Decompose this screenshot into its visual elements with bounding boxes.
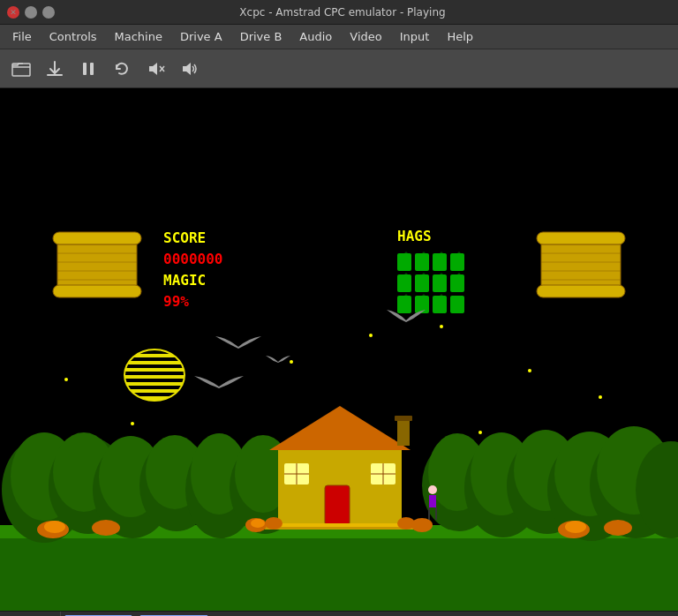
svg-rect-95 <box>429 495 436 507</box>
status-playing: Playing <box>7 612 61 616</box>
statusbar: Playing A: {empty} B: {empty} Amstrad CP… <box>0 611 678 616</box>
menu-help[interactable]: Help <box>438 26 482 47</box>
menu-drive-b[interactable]: Drive B <box>231 26 291 47</box>
menubar: File Controls Machine Drive A Drive B Au… <box>0 25 678 49</box>
svg-marker-3 <box>149 63 157 75</box>
maximize-button[interactable]: □ <box>42 6 55 19</box>
mute-icon <box>146 59 165 79</box>
svg-rect-93 <box>395 416 412 421</box>
svg-rect-58 <box>0 538 678 611</box>
menu-machine[interactable]: Machine <box>106 26 171 47</box>
svg-rect-2 <box>90 63 94 75</box>
svg-point-107 <box>604 520 632 536</box>
save-icon <box>45 59 64 79</box>
svg-point-101 <box>265 517 282 530</box>
svg-marker-6 <box>183 63 191 75</box>
mute-button[interactable] <box>141 55 170 83</box>
svg-point-103 <box>411 518 433 532</box>
svg-marker-83 <box>269 406 411 450</box>
volume-icon <box>179 59 199 79</box>
save-button[interactable] <box>41 55 69 83</box>
menu-controls[interactable]: Controls <box>41 26 106 47</box>
menu-file[interactable]: File <box>4 26 41 47</box>
window-title: Xcpc - Amstrad CPC emulator - Playing <box>55 6 630 19</box>
svg-rect-1 <box>83 63 87 75</box>
open-icon <box>11 59 32 79</box>
svg-rect-92 <box>397 419 410 446</box>
close-button[interactable]: ✕ <box>7 6 19 19</box>
reset-button[interactable] <box>108 55 136 83</box>
svg-point-105 <box>92 520 120 536</box>
svg-point-109 <box>44 521 65 533</box>
svg-point-108 <box>251 519 265 528</box>
svg-rect-84 <box>325 485 350 525</box>
volume-button[interactable] <box>175 55 203 83</box>
svg-point-94 <box>428 485 437 494</box>
pause-button[interactable] <box>74 55 102 83</box>
open-button[interactable] <box>7 55 35 83</box>
menu-input[interactable]: Input <box>391 26 439 47</box>
menu-drive-a[interactable]: Drive A <box>171 26 231 47</box>
menu-video[interactable]: Video <box>341 26 390 47</box>
game-area: SCORE 0000000 MAGIC 99% HAGS <box>0 88 678 611</box>
landscape <box>0 402 678 611</box>
menu-audio[interactable]: Audio <box>290 26 341 47</box>
reset-icon <box>112 59 132 79</box>
minimize-button[interactable]: ─ <box>25 6 37 19</box>
pause-icon <box>79 59 98 79</box>
titlebar: ✕ ─ □ Xcpc - Amstrad CPC emulator - Play… <box>0 0 678 25</box>
toolbar <box>0 49 678 88</box>
svg-point-110 <box>565 521 586 533</box>
window-controls[interactable]: ✕ ─ □ <box>7 6 55 19</box>
